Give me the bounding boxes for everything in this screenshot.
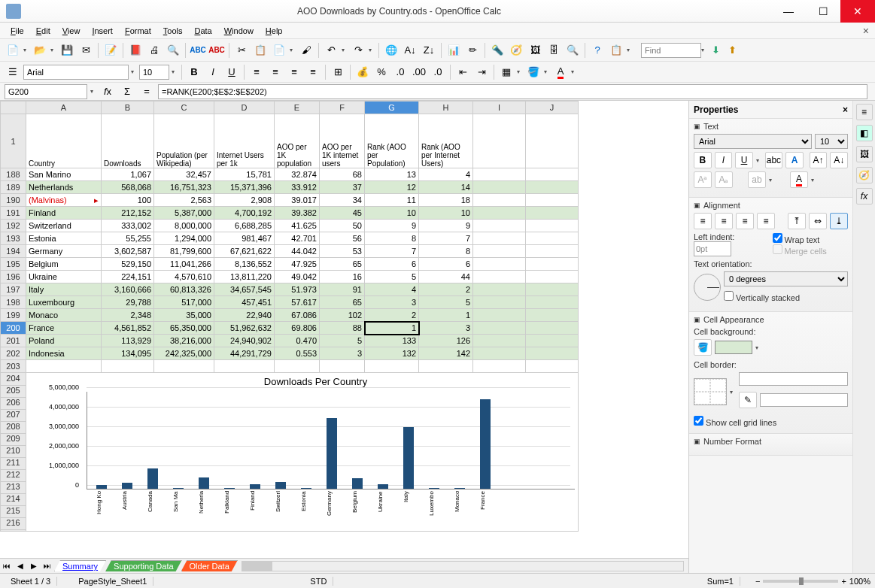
- cell[interactable]: 3,160,666: [102, 283, 154, 296]
- bgcolor-icon[interactable]: 🪣: [525, 64, 542, 80]
- cell[interactable]: 44,291,729: [214, 347, 275, 360]
- cell[interactable]: 0.470: [275, 335, 320, 347]
- dropdown-icon[interactable]: ▾: [290, 47, 296, 53]
- cell[interactable]: 4,700,192: [214, 207, 275, 220]
- cell[interactable]: 42.701: [275, 232, 320, 245]
- find-icon[interactable]: 🔦: [489, 42, 506, 59]
- dropdown-icon[interactable]: ▾: [544, 68, 550, 75]
- col-header-E[interactable]: E: [275, 102, 320, 114]
- row-header[interactable]: 189: [1, 181, 26, 194]
- cell[interactable]: [473, 283, 526, 296]
- cell[interactable]: 67.086: [275, 309, 320, 322]
- cell[interactable]: [26, 360, 102, 373]
- formula-input[interactable]: [158, 84, 867, 99]
- col-header-F[interactable]: F: [320, 102, 365, 114]
- cell[interactable]: [473, 114, 526, 168]
- row-header[interactable]: 196: [1, 271, 26, 283]
- tab-summary[interactable]: Summary: [54, 560, 106, 571]
- horizontal-scrollbar[interactable]: [242, 561, 684, 571]
- row-header[interactable]: 200: [1, 322, 26, 335]
- cell[interactable]: [365, 360, 419, 373]
- cell[interactable]: 41.625: [275, 220, 320, 232]
- align-center-icon[interactable]: ≡: [267, 64, 284, 80]
- dropdown-icon[interactable]: ▾: [50, 47, 56, 53]
- cell[interactable]: [419, 360, 473, 373]
- cell[interactable]: [526, 232, 579, 245]
- cell[interactable]: 51,962,632: [214, 322, 275, 335]
- underline-icon[interactable]: U: [735, 152, 753, 168]
- row-header[interactable]: 194: [1, 245, 26, 258]
- navigator-tab-icon[interactable]: 🧭: [856, 167, 873, 183]
- cell[interactable]: 60,813,326: [154, 283, 214, 296]
- functions-tab-icon[interactable]: fx: [856, 188, 873, 205]
- dropdown-icon[interactable]: ▾: [517, 68, 523, 75]
- row-header[interactable]: 197: [1, 283, 26, 296]
- cell[interactable]: Internet Users per 1k: [214, 114, 275, 168]
- orientation-select[interactable]: 0 degrees: [724, 271, 848, 286]
- cell[interactable]: 9: [419, 220, 473, 232]
- cell[interactable]: 457,451: [214, 296, 275, 309]
- row-header[interactable]: 199: [1, 309, 26, 322]
- cell[interactable]: 81,799,600: [154, 245, 214, 258]
- undo-icon[interactable]: ↶: [323, 42, 339, 59]
- merge-cells-checkbox[interactable]: Merge cells: [773, 247, 827, 256]
- cell[interactable]: [473, 309, 526, 322]
- gallery-tab-icon[interactable]: 🖼: [856, 146, 873, 162]
- dropdown-icon[interactable]: ▾: [90, 88, 96, 95]
- properties-tab-icon[interactable]: ≡: [856, 104, 873, 120]
- cell[interactable]: 68: [320, 168, 365, 181]
- zoom-icon[interactable]: 🔍: [564, 42, 581, 59]
- cell[interactable]: 39.017: [275, 194, 320, 207]
- currency-icon[interactable]: 💰: [354, 64, 371, 80]
- dropdown-icon[interactable]: ▾: [811, 177, 817, 183]
- cell[interactable]: Rank (AOO per Internet Users): [419, 114, 473, 168]
- help-icon[interactable]: ?: [589, 42, 606, 59]
- cell[interactable]: 5: [320, 335, 365, 347]
- spreadsheet-grid[interactable]: ABCDEFGHIJ1CountryDownloadsPopulation (p…: [0, 101, 688, 558]
- cell[interactable]: [473, 181, 526, 194]
- cell[interactable]: [320, 360, 365, 373]
- borders-icon[interactable]: ▦: [498, 64, 515, 80]
- cell[interactable]: 7: [419, 232, 473, 245]
- cell[interactable]: Italy: [26, 283, 102, 296]
- menu-help[interactable]: Help: [260, 25, 289, 37]
- cell[interactable]: [526, 114, 579, 168]
- cell[interactable]: [473, 347, 526, 360]
- cell[interactable]: Netherlands: [26, 181, 102, 194]
- copy-icon[interactable]: 📋: [252, 42, 269, 59]
- align-right-icon[interactable]: ≡: [736, 213, 754, 229]
- email-icon[interactable]: ✉: [77, 42, 94, 59]
- cell[interactable]: 8,136,552: [214, 258, 275, 271]
- tab-first-icon[interactable]: ⏮: [0, 562, 14, 570]
- find-next-icon[interactable]: ⬇: [707, 42, 724, 59]
- cell[interactable]: 16: [320, 271, 365, 283]
- cell[interactable]: 2,563: [154, 194, 214, 207]
- open-icon[interactable]: 📂: [32, 42, 48, 59]
- col-header-D[interactable]: D: [214, 102, 275, 114]
- cell[interactable]: 22,940: [214, 309, 275, 322]
- cell[interactable]: [526, 258, 579, 271]
- add-decimal-icon[interactable]: .00: [411, 64, 427, 80]
- cell[interactable]: [473, 194, 526, 207]
- sum-icon[interactable]: Σ: [119, 83, 135, 100]
- cell[interactable]: [473, 168, 526, 181]
- cell[interactable]: 51.973: [275, 283, 320, 296]
- cell[interactable]: [214, 360, 275, 373]
- pdf-icon[interactable]: 📕: [127, 42, 144, 59]
- cell[interactable]: 6,688,285: [214, 220, 275, 232]
- cell[interactable]: [526, 220, 579, 232]
- italic-icon[interactable]: I: [205, 64, 221, 80]
- zoom-in-icon[interactable]: +: [841, 577, 846, 586]
- cell[interactable]: [154, 360, 214, 373]
- cell[interactable]: [473, 220, 526, 232]
- del-decimal-icon[interactable]: .0: [430, 64, 446, 80]
- cell[interactable]: 65: [320, 296, 365, 309]
- cell[interactable]: [473, 271, 526, 283]
- underline-icon[interactable]: U: [223, 64, 240, 80]
- shrink-font-icon[interactable]: A↓: [830, 152, 848, 168]
- cell[interactable]: [526, 360, 579, 373]
- sidebar-close-icon[interactable]: ×: [843, 105, 848, 115]
- redo-icon[interactable]: ↷: [350, 42, 366, 59]
- cell[interactable]: [526, 271, 579, 283]
- bold-icon[interactable]: B: [694, 152, 712, 168]
